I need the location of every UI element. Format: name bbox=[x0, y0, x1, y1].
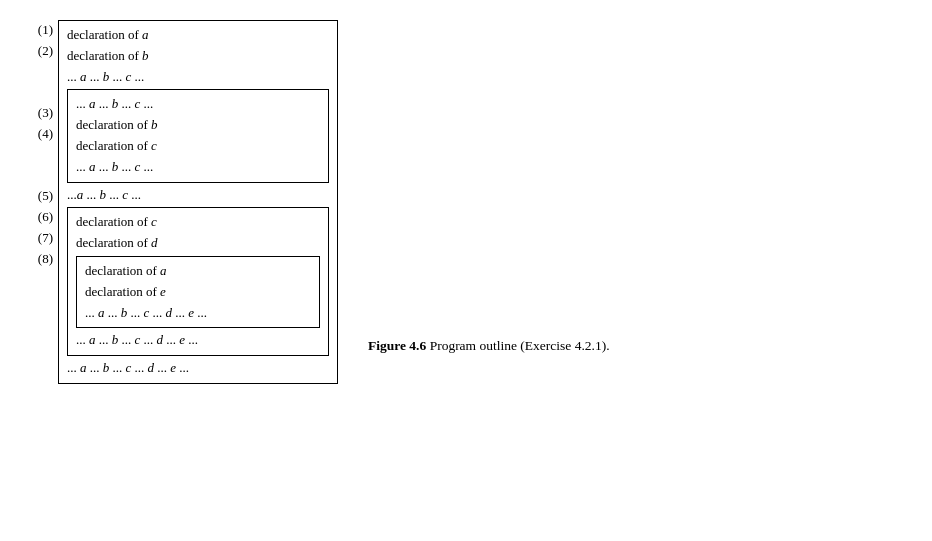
innermost-line: ... a ... b ... c ... d ... e ... bbox=[85, 303, 311, 324]
figure-caption-bold: Figure 4.6 bbox=[368, 338, 426, 353]
inner2-bottom-line: ... a ... b ... c ... d ... e ... bbox=[76, 330, 320, 351]
var-b-1: b bbox=[142, 48, 149, 63]
line-4: declaration of c bbox=[76, 136, 320, 157]
var-c-1: c bbox=[151, 138, 157, 153]
var-e-1: e bbox=[160, 284, 166, 299]
figure-caption-text: Program outline (Exercise 4.2.1). bbox=[426, 338, 609, 353]
line-num-7: (7) bbox=[38, 228, 53, 249]
diagram-row: (1) (2) xx xx (3) (4) xx xx (5) (6) bbox=[30, 20, 338, 384]
figure-caption: Figure 4.6 Program outline (Exercise 4.2… bbox=[368, 338, 610, 384]
line-num-6: (6) bbox=[38, 207, 53, 228]
outer-box: declaration of a declaration of b ... a … bbox=[58, 20, 338, 384]
innermost-box: declaration of a declaration of e ... a … bbox=[76, 256, 320, 328]
var-b-2: b bbox=[151, 117, 158, 132]
line-num-1: (1) bbox=[38, 20, 53, 41]
line-num-2: (2) bbox=[38, 41, 53, 62]
line-num-5: (5) bbox=[38, 186, 53, 207]
inner1-bottom-line: ... a ... b ... c ... bbox=[76, 157, 320, 178]
line-num-3: (3) bbox=[38, 103, 53, 124]
line-5: declaration of c bbox=[76, 212, 320, 233]
var-c-2: c bbox=[151, 214, 157, 229]
program-outline-diagram: (1) (2) xx xx (3) (4) xx xx (5) (6) bbox=[30, 20, 338, 384]
line-num-4: (4) bbox=[38, 124, 53, 145]
between-line: ...a ... b ... c ... bbox=[67, 185, 329, 206]
line-7: declaration of a bbox=[85, 261, 311, 282]
line-2: declaration of b bbox=[67, 46, 329, 67]
inner1-top-line: ... a ... b ... c ... bbox=[76, 94, 320, 115]
var-a-2: a bbox=[160, 263, 167, 278]
inner-box-2: declaration of c declaration of d declar… bbox=[67, 207, 329, 356]
line-8: declaration of e bbox=[85, 282, 311, 303]
outer-line-numbers: (1) (2) xx xx (3) (4) xx xx (5) (6) bbox=[30, 20, 58, 332]
sequence-line-1: ... a ... b ... c ... bbox=[67, 67, 329, 88]
line-num-8: (8) bbox=[38, 249, 53, 270]
var-a-1: a bbox=[142, 27, 149, 42]
line-3: declaration of b bbox=[76, 115, 320, 136]
line-1: declaration of a bbox=[67, 25, 329, 46]
line-6: declaration of d bbox=[76, 233, 320, 254]
var-d-1: d bbox=[151, 235, 158, 250]
inner-box-1: ... a ... b ... c ... declaration of b d… bbox=[67, 89, 329, 182]
main-container: (1) (2) xx xx (3) (4) xx xx (5) (6) bbox=[30, 20, 610, 384]
outer-bottom-line: ... a ... b ... c ... d ... e ... bbox=[67, 358, 329, 379]
